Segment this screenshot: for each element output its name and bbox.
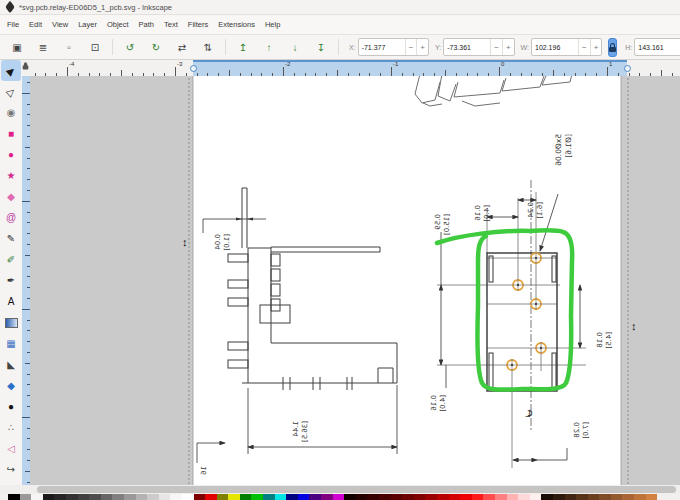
width-input[interactable]: 102.196	[532, 44, 578, 51]
palette-swatch[interactable]	[622, 494, 634, 500]
lower-button[interactable]: ↓	[285, 38, 305, 56]
text-tool[interactable]: A	[1, 291, 21, 312]
flip-vertical-button[interactable]: ⇅	[198, 38, 218, 56]
selection-box-button[interactable]: ⊡	[85, 38, 105, 56]
menu-object[interactable]: Object	[102, 17, 134, 32]
palette-swatch[interactable]	[66, 494, 78, 500]
palette-swatch[interactable]	[507, 494, 519, 500]
palette-swatch[interactable]	[240, 494, 252, 500]
w-increment-button[interactable]: +	[590, 39, 602, 55]
palette-swatch[interactable]	[159, 494, 171, 500]
palette-swatch[interactable]	[298, 494, 310, 500]
horizontal-scrollbar-thumb[interactable]	[37, 486, 676, 493]
palette-swatch[interactable]	[136, 494, 148, 500]
y-input[interactable]: -73.361	[444, 44, 490, 51]
palette-swatch[interactable]	[31, 494, 43, 500]
pencil-tool[interactable]: ✎	[1, 228, 21, 249]
y-decrement-button[interactable]: −	[490, 39, 502, 55]
palette-swatch[interactable]	[588, 494, 600, 500]
flip-horizontal-button[interactable]: ⇄	[172, 38, 192, 56]
palette-swatch[interactable]	[251, 494, 263, 500]
x-increment-button[interactable]: +	[416, 39, 428, 55]
palette-swatch[interactable]	[541, 494, 553, 500]
paint-bucket-tool[interactable]: ◆	[1, 375, 21, 396]
palette-swatch[interactable]	[425, 494, 437, 500]
rotate-cw-button[interactable]: ↻	[146, 38, 166, 56]
palette-swatch[interactable]	[495, 494, 507, 500]
ink-tool[interactable]: ●	[1, 396, 21, 417]
tweak-tool[interactable]: ◉	[1, 102, 21, 123]
calligraphy-tool[interactable]: ✒	[1, 270, 21, 291]
palette-swatch[interactable]	[437, 494, 449, 500]
eraser-tool[interactable]: ◁	[1, 438, 21, 459]
palette-swatch[interactable]	[530, 494, 542, 500]
resize-handle-right[interactable]: ↕	[631, 320, 637, 332]
palette-swatch[interactable]	[599, 494, 611, 500]
gradient-tool[interactable]	[1, 312, 21, 333]
palette-swatch[interactable]	[321, 494, 333, 500]
resize-handle-left[interactable]: ↕	[182, 236, 188, 248]
palette-swatch[interactable]	[391, 494, 403, 500]
canvas[interactable]: 0.04 [1.0] 1.44 [36.5] 16	[30, 76, 680, 485]
palette-swatch[interactable]	[460, 494, 472, 500]
spray-tool[interactable]: ∴	[1, 417, 21, 438]
mesh-tool[interactable]: ▦	[1, 333, 21, 354]
palette-swatch[interactable]	[101, 494, 113, 500]
lock-aspect-ratio-button[interactable]	[608, 38, 617, 57]
palette-swatch[interactable]	[228, 494, 240, 500]
ellipse-tool[interactable]: ●	[1, 144, 21, 165]
palette-swatch[interactable]	[344, 494, 356, 500]
palette-swatch[interactable]	[646, 494, 658, 500]
palette-swatch[interactable]	[414, 494, 426, 500]
menu-layer[interactable]: Layer	[73, 17, 102, 32]
y-increment-button[interactable]: +	[502, 39, 514, 55]
star-tool[interactable]: ★	[1, 165, 21, 186]
palette-swatch[interactable]	[611, 494, 623, 500]
lower-to-bottom-button[interactable]: ↧	[311, 38, 331, 56]
horizontal-ruler[interactable]: -4-3-2-101	[30, 60, 680, 77]
palette-swatch[interactable]	[194, 494, 206, 500]
palette-swatch[interactable]	[54, 494, 66, 500]
palette-swatch[interactable]	[309, 494, 321, 500]
palette-swatch[interactable]	[286, 494, 298, 500]
select-all-layers-button[interactable]: ≣	[33, 38, 53, 56]
connector-tool[interactable]: ↪	[1, 459, 21, 480]
palette-swatch[interactable]	[565, 494, 577, 500]
menu-text[interactable]: Text	[159, 17, 183, 32]
palette-swatch[interactable]	[483, 494, 495, 500]
selector-tool[interactable]: ▶	[1, 60, 21, 81]
raise-button[interactable]: ↑	[259, 38, 279, 56]
palette-swatch[interactable]	[472, 494, 484, 500]
palette-swatch[interactable]	[449, 494, 461, 500]
box-3d-tool[interactable]: ◆	[1, 186, 21, 207]
spiral-tool[interactable]: @	[1, 207, 21, 228]
palette-swatch[interactable]	[518, 494, 530, 500]
palette-swatch[interactable]	[124, 494, 136, 500]
palette-swatch[interactable]	[217, 494, 229, 500]
menu-filters[interactable]: Filters	[183, 17, 213, 32]
palette-swatch[interactable]	[112, 494, 124, 500]
height-input[interactable]: 143.161	[635, 44, 680, 51]
rectangle-tool[interactable]: ■	[1, 123, 21, 144]
palette-swatch[interactable]	[8, 494, 20, 500]
menu-view[interactable]: View	[47, 17, 73, 32]
palette-swatch[interactable]	[147, 494, 159, 500]
palette-swatch[interactable]	[367, 494, 379, 500]
menu-file[interactable]: File	[2, 17, 24, 32]
menu-help[interactable]: Help	[260, 17, 285, 32]
palette-swatch[interactable]	[170, 494, 182, 500]
palette-swatch[interactable]	[43, 494, 55, 500]
palette-swatch[interactable]	[89, 494, 101, 500]
palette-swatch[interactable]	[205, 494, 217, 500]
w-decrement-button[interactable]: −	[578, 39, 590, 55]
palette-swatch[interactable]	[553, 494, 565, 500]
menu-extensions[interactable]: Extensions	[213, 17, 260, 32]
palette-swatch[interactable]	[20, 494, 32, 500]
palette-swatch[interactable]	[356, 494, 368, 500]
select-all-button[interactable]: ▣	[7, 38, 27, 56]
palette-swatch[interactable]	[275, 494, 287, 500]
dropper-tool[interactable]: ◣	[1, 354, 21, 375]
rotate-ccw-button[interactable]: ↺	[120, 38, 140, 56]
menu-path[interactable]: Path	[134, 17, 159, 32]
x-decrement-button[interactable]: −	[405, 39, 417, 55]
